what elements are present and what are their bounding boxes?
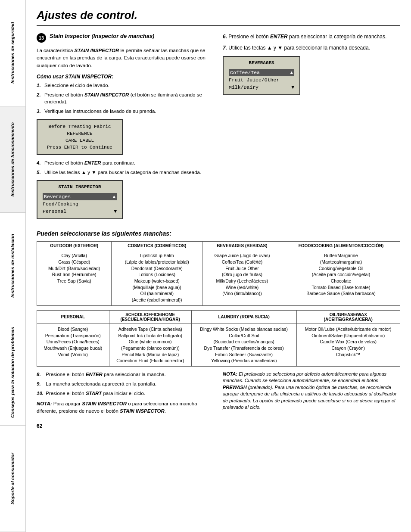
page-number: 62 [37, 423, 400, 429]
stain-table-title: Pueden seleccionarse las siguientes manc… [37, 230, 400, 237]
step-9: 9. La mancha seleccionada aparecerá en l… [37, 380, 214, 387]
col-header-oil: OIL/GREASE/WAX(ACEITE/GRASA/CERA) [296, 310, 400, 324]
lcd1-line4: Press ENTER to Continue [43, 144, 117, 151]
lcd1-line2: REFERENCE [43, 130, 117, 137]
sidebar-label-instalacion: Instrucciones de instalación [10, 234, 16, 298]
right-column: 6. Presione el botón ENTER para seleccio… [223, 33, 400, 224]
col-header-outdoor: OUTDOOR (EXTERIOR) [37, 242, 112, 250]
col-header-cosmetics: COSMETICS (COSMÉTICOS) [112, 242, 202, 250]
col-header-school: SCHOOL/OFFICE/HOME(ESCUELA/OFICINA/HOGAR… [109, 310, 191, 324]
sidebar-label-consejos: Consejos para la solución de problemas [10, 327, 16, 418]
lcd-display-1: Before Treating Fabric REFERENCE CARE LA… [37, 119, 123, 155]
lcd3-title: BEVERAGES [229, 60, 294, 67]
col-outdoor-items: Clay (Arcilla) Grass (Césped) Mud/Dirt (… [37, 250, 112, 306]
note-left: NOTA: Para apagar STAIN INSPECTOR o para… [37, 400, 214, 415]
col-header-laundry: LAUNDRY (ROPA SUCIA) [191, 310, 296, 324]
bottom-left: 8. Presione el botón ENTER para seleccio… [37, 371, 214, 419]
lcd3-row-milk: Milk/Dairy ▼ [229, 84, 294, 91]
lcd2-title: STAIN INSPECTOR [43, 184, 117, 191]
page-title: Ajustes de control. [37, 9, 400, 26]
note-right: NOTA: El prelavado se selecciona por def… [223, 371, 400, 411]
col-beverages-items: Grape Juice (Jugo de uvas) Coffee/Tea (C… [202, 250, 282, 306]
col-laundry-items: Dingy White Socks (Medias blancas sucias… [191, 324, 296, 366]
section-badge: 13 [37, 33, 46, 43]
stain-table-row2: PERSONAL SCHOOL/OFFICE/HOME(ESCUELA/OFIC… [37, 310, 400, 367]
step-4: 4. Presione el botón ENTER para continua… [37, 159, 214, 166]
section-title: Stain Inspector (Inspector de manchas) [50, 33, 154, 39]
step-8: 8. Presione el botón ENTER para seleccio… [37, 371, 214, 378]
subsection-title: Cómo usar STAIN INSPECTOR: [37, 74, 214, 80]
sidebar-tab-consejos[interactable]: Consejos para la solución de problemas [0, 319, 25, 426]
step-1: 1. Seleccione el ciclo de lavado. [37, 82, 214, 89]
lcd2-row-beverages: Beverages ▲ [43, 193, 117, 200]
step-5: 5. Utilice las teclas ▲ y ▼ para buscar … [37, 169, 214, 176]
lcd1-line3: CARE LABEL [43, 137, 117, 144]
col-school-items: Adhesive Tape (Cinta adhesiva) Ballpoint… [109, 324, 191, 366]
lcd3-row-coffee: Coffee/Tea ▲ [229, 69, 294, 76]
sidebar-label-soporte: Soporte al consumidor [10, 453, 16, 504]
sidebar: Instrucciones de seguridad Instrucciones… [0, 0, 26, 532]
main-content: Ajustes de control. 13 Stain Inspector (… [26, 0, 411, 532]
step-10: 10. Presione el botón START para iniciar… [37, 390, 214, 397]
lcd-display-3: BEVERAGES Coffee/Tea ▲ Fruit Juice/Other… [223, 56, 300, 95]
lcd3-row-fruit: Fruit Juice/Other [229, 76, 294, 84]
bottom-right: NOTA: El prelavado se selecciona por def… [223, 371, 400, 419]
col-header-food: FOOD/COOKING (ALIMENTOS/COCCIÓN) [282, 242, 400, 250]
sidebar-label-seguridad: Instrucciones de seguridad [10, 22, 16, 84]
sidebar-tab-soporte[interactable]: Soporte al consumidor [0, 426, 25, 532]
left-column: 13 Stain Inspector (Inspector de manchas… [37, 33, 214, 224]
col-header-beverages: BEVERAGES (BEBIDAS) [202, 242, 282, 250]
col-cosmetics-items: Lipstick/Lip Balm (Lápiz de labios/prote… [112, 250, 202, 306]
col-personal-items: Blood (Sangre) Perspiration (Transpiraci… [37, 324, 109, 366]
stain-table-row1: OUTDOOR (EXTERIOR) COSMETICS (COSMÉTICOS… [37, 241, 400, 306]
lcd1-line1: Before Treating Fabric [43, 123, 117, 130]
col-oil-items: Motor Oil/Lube (Aceite/lubricante de mot… [296, 324, 400, 366]
col-header-personal: PERSONAL [37, 310, 109, 324]
sidebar-tab-funcionamiento[interactable]: Instrucciones de funcionamiento [0, 106, 25, 213]
col-food-items: Butter/Margarine (Manteca/margarina) Coo… [282, 250, 400, 306]
lcd2-row-food: Food/Cooking [43, 200, 117, 208]
step-3: 3. Verifique las instrucciones de lavado… [37, 108, 214, 115]
right-step-7: 7. Utilice las teclas ▲ y ▼ para selecci… [223, 44, 400, 52]
bottom-section: 8. Presione el botón ENTER para seleccio… [37, 371, 400, 419]
step-2: 2. Presione el botón STAIN INSPECTOR (el… [37, 91, 214, 105]
right-step-6: 6. Presione el botón ENTER para seleccio… [223, 33, 400, 40]
intro-text: La característica STAIN INSPECTOR le per… [37, 47, 214, 69]
lcd2-row-personal: Personal ▼ [43, 208, 117, 215]
lcd-display-2: STAIN INSPECTOR Beverages ▲ Food/Cooking… [37, 180, 123, 219]
sidebar-label-funcionamiento: Instrucciones de funcionamiento [10, 122, 16, 196]
sidebar-tab-instalacion[interactable]: Instrucciones de instalación [0, 213, 25, 319]
sidebar-tab-seguridad[interactable]: Instrucciones de seguridad [0, 0, 25, 106]
